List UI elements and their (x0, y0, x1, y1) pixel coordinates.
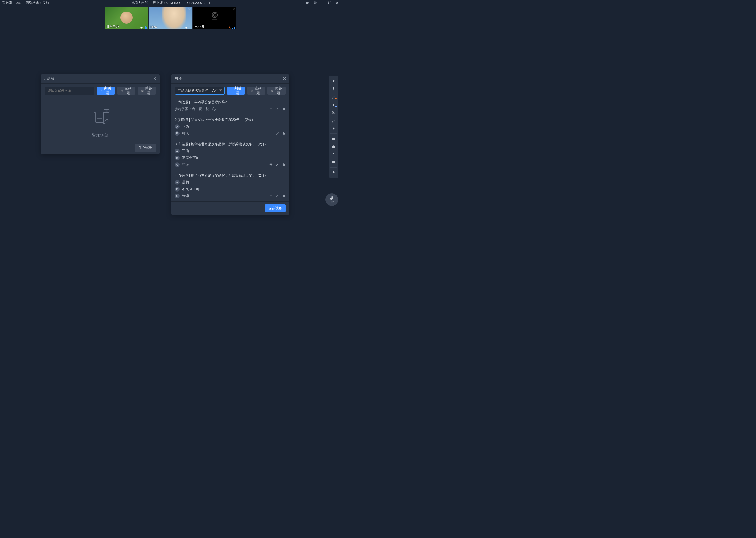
top-bar: 丢包率：0% 网络状态：良好 神秘大自然 已上课：02:34:09 ID：202… (0, 0, 341, 6)
move-icon[interactable] (269, 163, 273, 168)
person-tool[interactable] (330, 151, 337, 158)
move-icon[interactable] (269, 132, 273, 136)
video-strip: 叮当老师 ✕ Nina ✕ 王小明 (0, 6, 341, 30)
save-button[interactable]: 保存试卷 (264, 204, 286, 212)
option-letter: B (175, 155, 179, 160)
color-tool[interactable] (330, 125, 337, 132)
video-tile-student-1[interactable]: ✕ Nina (149, 7, 192, 29)
question-title: 1 [简答题] 一年四季分别是哪四季? (175, 100, 286, 105)
svg-point-8 (121, 90, 123, 92)
option-row[interactable]: B不完全正确 (175, 155, 286, 160)
delete-icon[interactable] (282, 194, 286, 199)
option-text: 错误 (182, 162, 189, 167)
raise-hand-button[interactable]: 0/2 (325, 193, 338, 206)
folder-tool[interactable] (330, 135, 337, 142)
quiz-panel-empty: ‹ 测验 ✕ 判断题 选择题 简答题 暂无试题 保存试卷 (41, 74, 160, 154)
camera-off-icon (210, 11, 220, 21)
camera-icon[interactable] (306, 1, 310, 5)
option-text: 错误 (182, 131, 189, 136)
option-letter: A (175, 149, 179, 153)
network-status: 网络状态：良好 (25, 1, 49, 5)
bell-tool[interactable] (330, 169, 337, 176)
svg-rect-0 (321, 3, 324, 3)
delete-icon[interactable] (282, 163, 286, 168)
svg-point-17 (107, 111, 108, 111)
quiz-name-input[interactable] (175, 87, 225, 94)
option-text: 正确 (182, 124, 189, 129)
mic-indicator (228, 26, 235, 29)
option-letter: B (175, 187, 179, 191)
eraser-tool[interactable] (330, 117, 337, 124)
edit-icon[interactable] (276, 132, 279, 136)
back-icon[interactable]: ‹ (44, 77, 45, 81)
move-icon[interactable] (269, 194, 273, 199)
short-answer-button[interactable]: 简答题 (138, 87, 156, 94)
svg-point-15 (105, 111, 106, 111)
svg-point-16 (106, 111, 107, 111)
svg-rect-23 (332, 146, 335, 148)
video-tile-student-2[interactable]: ✕ 王小明 (193, 7, 236, 29)
move-tool[interactable] (330, 86, 337, 92)
option-row[interactable]: C错误 (175, 162, 286, 167)
save-button[interactable]: 保存试卷 (135, 144, 156, 152)
video-name: 王小明 (195, 25, 204, 29)
edit-icon[interactable] (276, 107, 279, 112)
svg-point-18 (251, 90, 253, 91)
option-row[interactable]: B不完全正确 (175, 187, 286, 191)
chat-tool[interactable] (330, 159, 337, 166)
mic-indicator (140, 26, 147, 29)
svg-point-27 (333, 162, 334, 162)
close-icon[interactable] (335, 1, 339, 5)
option-row[interactable]: A正确 (175, 149, 286, 153)
svg-point-22 (333, 128, 335, 130)
close-icon[interactable]: ✕ (188, 7, 191, 11)
video-tile-teacher[interactable]: 叮当老师 (105, 7, 148, 29)
choice-button[interactable]: 选择题 (247, 87, 265, 94)
option-text: 正确 (182, 149, 189, 153)
hand-count: 0/2 (330, 201, 334, 204)
quiz-panel-filled: 测验 ✕ 判断题 选择题 简答题 1 [简答题] 一年四季分别是哪四季?参考答案… (171, 74, 289, 215)
svg-rect-5 (190, 27, 190, 28)
scissors-tool[interactable] (330, 109, 337, 116)
maximize-icon[interactable] (328, 1, 332, 5)
elapsed-time: 已上课：02:34:09 (153, 1, 180, 5)
toolbox-tool[interactable] (330, 143, 337, 150)
session-id: ID：2020070324 (185, 1, 210, 5)
short-answer-button[interactable]: 简答题 (267, 87, 286, 94)
svg-point-24 (333, 153, 334, 154)
judge-button[interactable]: 判断题 (227, 87, 245, 94)
edit-icon[interactable] (276, 194, 279, 199)
edit-icon[interactable] (276, 163, 279, 168)
delete-icon[interactable] (282, 107, 286, 112)
option-row[interactable]: C错译 (175, 193, 286, 198)
close-icon[interactable]: ✕ (232, 7, 235, 11)
question-block: 1 [简答题] 一年四季分别是哪四季?参考答案：春、夏、秋、冬 (175, 97, 286, 115)
option-row[interactable]: A正确 (175, 124, 286, 129)
right-toolbar (329, 76, 338, 178)
video-name: 叮当老师 (106, 25, 119, 29)
move-icon[interactable] (269, 107, 273, 112)
minimize-icon[interactable] (320, 1, 324, 5)
svg-rect-10 (96, 112, 104, 123)
option-text: 不完全正确 (182, 155, 199, 160)
close-icon[interactable]: ✕ (153, 76, 157, 81)
quiz-name-input[interactable] (45, 87, 95, 94)
video-name: Nina (150, 25, 157, 29)
option-text: 不完全正确 (182, 187, 199, 191)
option-letter: B (175, 131, 179, 136)
text-tool[interactable] (330, 101, 337, 108)
question-title: 2 [判断题] 我国宪法上一次更新是在2020年。（2分） (175, 117, 286, 122)
svg-point-6 (212, 12, 217, 18)
question-block: 4 [多选题] 施华洛世奇是反华品牌，所以梁鼎琪反华。（2分）A是的B不完全正确… (175, 171, 286, 201)
close-icon[interactable]: ✕ (283, 76, 286, 81)
pen-tool[interactable] (330, 93, 337, 100)
settings-icon[interactable] (313, 1, 317, 5)
panel-title: 测验 (174, 77, 182, 81)
option-row[interactable]: B错误 (175, 131, 286, 136)
choice-button[interactable]: 选择题 (117, 87, 135, 94)
option-row[interactable]: A是的 (175, 180, 286, 185)
cursor-tool[interactable] (330, 78, 337, 84)
judge-button[interactable]: 判断题 (97, 87, 115, 94)
question-block: 3 [单选题] 施华洛世奇是反华品牌，所以梁鼎琪反华。（2分）A正确B不完全正确… (175, 139, 286, 171)
delete-icon[interactable] (282, 132, 286, 136)
